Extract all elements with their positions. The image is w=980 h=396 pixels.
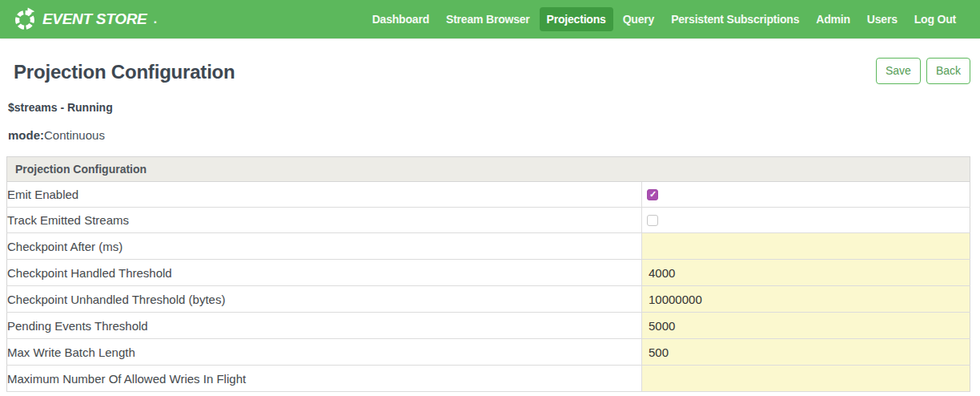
config-row-value: [642, 286, 970, 313]
nav-item-stream-browser[interactable]: Stream Browser: [439, 7, 537, 31]
config-row-value: [642, 366, 970, 392]
page-header: Projection Configuration Save Back: [6, 58, 970, 84]
config-row-checkpoint-after-ms: Checkpoint After (ms): [7, 233, 970, 260]
config-row-label: Emit Enabled: [7, 182, 642, 208]
brand-dot: .: [153, 11, 157, 27]
brand-text: EVENT STORE: [42, 10, 147, 28]
config-row-track-emitted-streams: Track Emitted Streams: [7, 208, 970, 233]
config-row-maximum-number-of-allowed-wries-in-flight: Maximum Number Of Allowed Wries In Fligh…: [7, 366, 970, 392]
back-button[interactable]: Back: [926, 58, 970, 84]
top-navbar: EVENT STORE. DashboardStream BrowserProj…: [0, 0, 980, 38]
config-row-emit-enabled: Emit Enabled: [7, 182, 970, 208]
config-row-pending-events-threshold: Pending Events Threshold: [7, 313, 970, 339]
config-row-checkpoint-unhandled-threshold-bytes: Checkpoint Unhandled Threshold (bytes): [7, 286, 970, 313]
nav-item-projections[interactable]: Projections: [540, 7, 613, 31]
config-row-value: [642, 339, 970, 366]
nav-item-users[interactable]: Users: [860, 7, 905, 31]
projection-status: $streams - Running: [8, 101, 970, 114]
header-buttons: Save Back: [876, 58, 970, 84]
checkpoint-handled-threshold-input[interactable]: [642, 260, 970, 285]
checkpoint-after-ms-input[interactable]: [642, 233, 970, 259]
config-row-value: [642, 260, 970, 286]
config-row-checkpoint-handled-threshold: Checkpoint Handled Threshold: [7, 260, 970, 286]
nav-item-query[interactable]: Query: [616, 7, 661, 31]
config-row-label: Checkpoint Handled Threshold: [7, 260, 642, 286]
nav-item-dashboard[interactable]: Dashboard: [365, 7, 436, 31]
maximum-number-of-allowed-wries-in-flight-input[interactable]: [642, 366, 970, 391]
max-write-batch-length-input[interactable]: [642, 339, 970, 365]
config-row-max-write-batch-length: Max Write Batch Length: [7, 339, 970, 366]
projection-mode: mode:Continuous: [8, 128, 970, 142]
nav-menu: DashboardStream BrowserProjectionsQueryP…: [365, 7, 963, 31]
config-table-header-row: Projection Configuration: [7, 157, 970, 182]
save-button[interactable]: Save: [876, 58, 921, 84]
config-row-value: [642, 233, 970, 260]
nav-item-admin[interactable]: Admin: [809, 7, 858, 31]
page-title: Projection Configuration: [14, 61, 235, 83]
config-row-label: Max Write Batch Length: [7, 339, 642, 366]
config-row-label: Checkpoint Unhandled Threshold (bytes): [7, 286, 642, 313]
page-content: Projection Configuration Save Back $stre…: [0, 58, 980, 392]
config-row-label: Pending Events Threshold: [7, 313, 642, 339]
event-store-logo-icon: [13, 7, 37, 31]
mode-label: mode:: [8, 128, 44, 142]
config-table: Projection Configuration Emit EnabledTra…: [6, 156, 970, 392]
config-table-header: Projection Configuration: [7, 157, 970, 182]
pending-events-threshold-input[interactable]: [642, 313, 970, 338]
nav-item-persistent-subscriptions[interactable]: Persistent Subscriptions: [664, 7, 806, 31]
emit-enabled-checkbox[interactable]: [647, 189, 658, 200]
config-row-label: Checkpoint After (ms): [7, 233, 642, 260]
track-emitted-streams-checkbox[interactable]: [647, 215, 658, 226]
config-row-label: Maximum Number Of Allowed Wries In Fligh…: [7, 366, 642, 392]
config-row-value: [642, 182, 970, 208]
config-row-label: Track Emitted Streams: [7, 208, 642, 233]
config-row-value: [642, 313, 970, 339]
config-row-value: [642, 208, 970, 233]
checkpoint-unhandled-threshold-bytes-input[interactable]: [642, 286, 970, 312]
mode-value: Continuous: [44, 128, 105, 142]
nav-item-log-out[interactable]: Log Out: [907, 7, 963, 31]
event-store-brand[interactable]: EVENT STORE.: [13, 7, 157, 31]
